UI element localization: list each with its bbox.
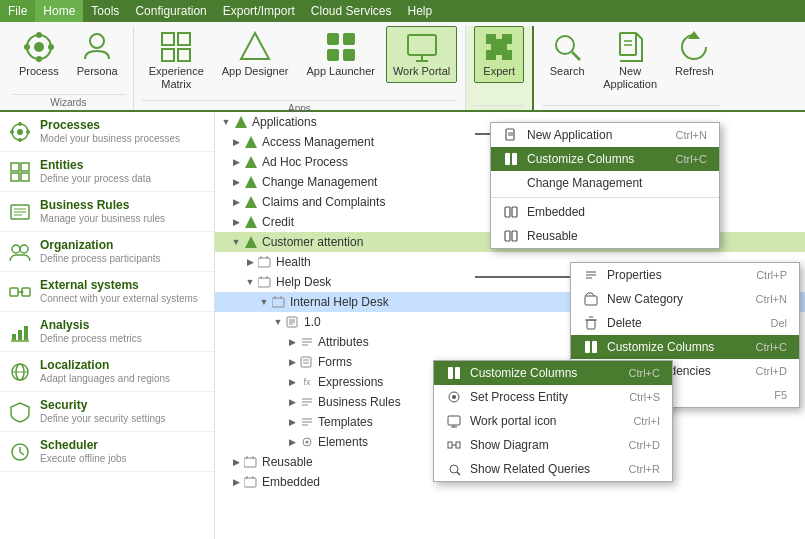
toggle-health[interactable]: ▶	[243, 255, 257, 269]
app-launcher-label: App Launcher	[306, 65, 375, 78]
templates-icon	[299, 414, 315, 430]
svg-point-36	[26, 130, 30, 134]
ribbon-btn-expert[interactable]: Expert	[474, 26, 524, 83]
toggle-applications[interactable]: ▼	[219, 115, 233, 129]
processes-title: Processes	[40, 118, 180, 132]
svg-point-33	[18, 122, 22, 126]
ctx3-show-related[interactable]: Show Related Queries Ctrl+R	[434, 457, 672, 481]
ctx1-change-mgmt[interactable]: Change Management	[491, 171, 719, 195]
svg-point-46	[20, 245, 28, 253]
sidebar-item-scheduler[interactable]: Scheduler Execute offline jobs	[0, 432, 214, 472]
ribbon-btn-refresh[interactable]: Refresh	[668, 26, 721, 83]
sidebar-item-security[interactable]: Security Define your security settings	[0, 392, 214, 432]
reusable-label: Reusable	[262, 455, 313, 469]
ctx2-properties[interactable]: Properties Ctrl+P	[571, 263, 799, 287]
ctx1-reusable[interactable]: Reusable	[491, 224, 719, 248]
access-icon	[243, 134, 259, 150]
menu-export[interactable]: Export/Import	[215, 0, 303, 22]
toggle-access[interactable]: ▶	[229, 135, 243, 149]
sidebar-item-business-rules[interactable]: Business Rules Manage your business rule…	[0, 192, 214, 232]
ctx1-reusable-label: Reusable	[527, 229, 707, 243]
ribbon-btn-search[interactable]: Search	[542, 26, 592, 83]
svg-rect-90	[244, 478, 256, 487]
toggle-forms[interactable]: ▶	[285, 355, 299, 369]
svg-rect-39	[11, 173, 19, 181]
sidebar-item-entities[interactable]: Entities Define your process data	[0, 152, 214, 192]
toggle-credit[interactable]: ▶	[229, 215, 243, 229]
analysis-icon	[8, 320, 32, 344]
svg-point-6	[90, 34, 104, 48]
sidebar-item-external-systems[interactable]: External systems Connect with your exter…	[0, 272, 214, 312]
ctx3-customize-cols[interactable]: Customize Columns Ctrl+C	[434, 361, 672, 385]
toggle-expressions[interactable]: ▶	[285, 375, 299, 389]
ctx1-customize-cols[interactable]: Customize Columns Ctrl+C	[491, 147, 719, 171]
toggle-change[interactable]: ▶	[229, 175, 243, 189]
ctx2-delete-icon	[583, 315, 599, 331]
toggle-claims[interactable]: ▶	[229, 195, 243, 209]
sidebar-item-analysis[interactable]: Analysis Define process metrics	[0, 312, 214, 352]
svg-point-129	[450, 465, 458, 473]
security-title: Security	[40, 398, 166, 412]
toggle-customer[interactable]: ▼	[229, 235, 243, 249]
menu-configuration[interactable]: Configuration	[127, 0, 214, 22]
ctx2-delete[interactable]: Delete Del	[571, 311, 799, 335]
ribbon-btn-new-application[interactable]: NewApplication	[596, 26, 664, 96]
localization-title: Localization	[40, 358, 170, 372]
toggle-internal[interactable]: ▼	[257, 295, 271, 309]
ribbon-btn-experience-matrix[interactable]: ExperienceMatrix	[142, 26, 211, 96]
ctx2-properties-shortcut: Ctrl+P	[756, 269, 787, 281]
ribbon-btn-persona[interactable]: Persona	[70, 26, 125, 83]
svg-rect-8	[178, 33, 190, 45]
ctx2-customize-cols[interactable]: Customize Columns Ctrl+C	[571, 335, 799, 359]
toggle-elements[interactable]: ▶	[285, 435, 299, 449]
ctx2-customize-icon	[583, 339, 599, 355]
svg-rect-69	[258, 278, 270, 287]
toggle-reusable[interactable]: ▶	[229, 455, 243, 469]
external-systems-icon	[8, 280, 32, 304]
ctx1-new-app[interactable]: New Application Ctrl+N	[491, 123, 719, 147]
menu-tools[interactable]: Tools	[83, 0, 127, 22]
ctx3-set-process-shortcut: Ctrl+S	[629, 391, 660, 403]
menu-home[interactable]: Home	[35, 0, 83, 22]
credit-icon	[243, 214, 259, 230]
toggle-attributes[interactable]: ▶	[285, 335, 299, 349]
search-ribbon-icon	[551, 31, 583, 63]
ctx3-show-diagram[interactable]: Show Diagram Ctrl+D	[434, 433, 672, 457]
toggle-embedded[interactable]: ▶	[229, 475, 243, 489]
ctx3-set-process[interactable]: Set Process Entity Ctrl+S	[434, 385, 672, 409]
ribbon: Process Persona Wizards ExperienceMatr	[0, 22, 805, 112]
sidebar-item-organization[interactable]: Organization Define process participants	[0, 232, 214, 272]
sidebar-item-processes[interactable]: Processes Model your business processes	[0, 112, 214, 152]
ctx2-delete-shortcut: Del	[770, 317, 787, 329]
elements-label: Elements	[318, 435, 368, 449]
toggle-br[interactable]: ▶	[285, 395, 299, 409]
svg-marker-63	[245, 156, 257, 168]
sidebar-item-localization[interactable]: Localization Adapt languages and regions	[0, 352, 214, 392]
svg-line-26	[572, 52, 580, 60]
ribbon-btn-process[interactable]: Process	[12, 26, 66, 83]
br-label: Business Rules	[318, 395, 401, 409]
ribbon-btn-work-portal[interactable]: Work Portal	[386, 26, 457, 83]
svg-marker-11	[241, 33, 269, 59]
ribbon-btn-app-launcher[interactable]: App Launcher	[299, 26, 382, 83]
svg-rect-7	[162, 33, 174, 45]
ctx3-work-portal-icon[interactable]: Work portal icon Ctrl+I	[434, 409, 672, 433]
analysis-title: Analysis	[40, 318, 142, 332]
menu-help[interactable]: Help	[400, 0, 441, 22]
toggle-version[interactable]: ▼	[271, 315, 285, 329]
toggle-templates[interactable]: ▶	[285, 415, 299, 429]
ctx2-new-cat-shortcut: Ctrl+N	[756, 293, 787, 305]
svg-rect-119	[448, 367, 453, 379]
expert-icon	[483, 31, 515, 63]
svg-rect-15	[343, 49, 355, 61]
menu-cloud[interactable]: Cloud Services	[303, 0, 400, 22]
ctx1-embedded[interactable]: Embedded	[491, 200, 719, 224]
toggle-help-desk[interactable]: ▼	[243, 275, 257, 289]
refresh-ribbon-icon	[678, 31, 710, 63]
menu-file[interactable]: File	[0, 0, 35, 22]
toggle-adhoc[interactable]: ▶	[229, 155, 243, 169]
svg-rect-12	[327, 33, 339, 45]
ctx2-new-cat[interactable]: New Category Ctrl+N	[571, 287, 799, 311]
svg-rect-27	[620, 33, 636, 55]
ribbon-btn-app-designer[interactable]: App Designer	[215, 26, 296, 83]
